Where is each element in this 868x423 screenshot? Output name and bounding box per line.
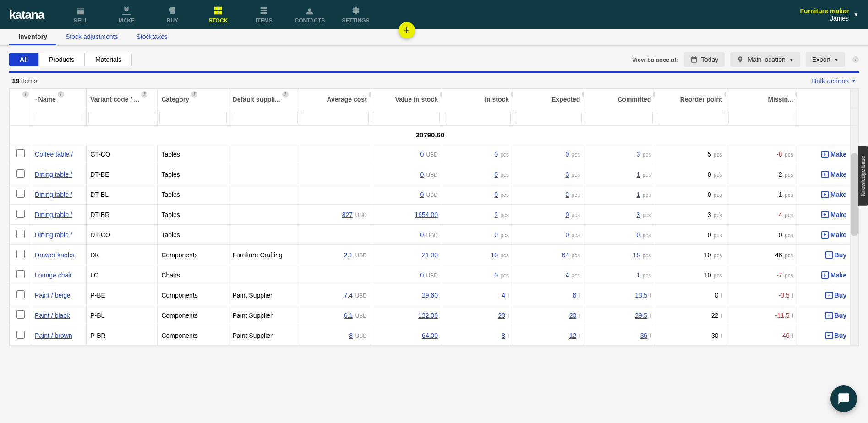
row-checkbox[interactable]	[16, 210, 25, 218]
col-header[interactable]: Variant code / ... i	[87, 89, 158, 109]
plus-box-icon: +	[821, 171, 829, 178]
pill-all[interactable]: All	[9, 53, 38, 66]
nav-sell[interactable]: SELL	[58, 2, 104, 27]
nav-make[interactable]: MAKE	[104, 2, 149, 27]
row-checkbox[interactable]	[16, 310, 25, 319]
filter-input[interactable]	[728, 112, 795, 123]
user-menu[interactable]: Furniture maker James ▼	[800, 7, 859, 22]
make-button[interactable]: +Make	[821, 151, 846, 158]
col-header[interactable]: Expected i	[513, 89, 584, 109]
col-header[interactable]: Committed i	[584, 89, 655, 109]
filter-input[interactable]	[373, 112, 440, 123]
buy-button[interactable]: +Buy	[825, 251, 846, 259]
col-action	[797, 89, 850, 109]
item-name-link[interactable]: Paint / brown	[35, 332, 72, 339]
variant-cell: P-BR	[87, 325, 158, 346]
buy-button[interactable]: +Buy	[825, 292, 846, 299]
filter-input[interactable]	[88, 112, 155, 123]
export-button[interactable]: Export ▼	[806, 52, 845, 67]
row-checkbox[interactable]	[16, 290, 25, 298]
committed-cell: 1 pcs	[584, 164, 655, 184]
missing-cell: -8 pcs	[726, 144, 797, 164]
nav-contacts[interactable]: CONTACTS	[287, 2, 333, 27]
filter-input[interactable]	[33, 112, 84, 123]
info-icon[interactable]: i	[852, 56, 859, 63]
sub-tab-stocktakes[interactable]: Stocktakes	[127, 29, 176, 45]
info-icon[interactable]: i	[191, 91, 197, 98]
row-checkbox[interactable]	[16, 250, 25, 258]
col-header[interactable]: ↑Name i	[31, 89, 87, 109]
date-picker-button[interactable]: Today	[684, 52, 725, 67]
category-cell: Tables	[158, 225, 229, 245]
value-cell: 0 USD	[371, 184, 442, 205]
col-header[interactable]: Default suppli... i	[229, 89, 300, 109]
reorder-cell: 0 pcs	[655, 164, 726, 184]
add-button[interactable]: +	[399, 22, 415, 38]
item-name-link[interactable]: Dining table /	[35, 191, 72, 198]
make-button[interactable]: +Make	[821, 231, 846, 239]
buy-button[interactable]: +Buy	[825, 332, 846, 339]
pill-products[interactable]: Products	[38, 53, 85, 66]
make-button[interactable]: +Make	[821, 271, 846, 279]
filter-input[interactable]	[515, 112, 582, 123]
variant-cell: DT-BE	[87, 164, 158, 184]
info-icon[interactable]: i	[282, 91, 289, 98]
buy-button[interactable]: +Buy	[825, 312, 846, 319]
filter-input[interactable]	[159, 112, 226, 123]
sub-tab-stock-adjustments[interactable]: Stock adjustments	[56, 29, 127, 45]
item-name-link[interactable]: Paint / black	[35, 312, 70, 319]
col-header[interactable]: Missin... i	[726, 89, 797, 109]
row-checkbox[interactable]	[16, 331, 25, 339]
scrollbar[interactable]	[851, 126, 858, 346]
row-checkbox[interactable]	[16, 230, 25, 238]
filter-input[interactable]	[444, 112, 511, 123]
filter-input[interactable]	[586, 112, 653, 123]
knowledge-base-tab[interactable]: Knowledge base	[858, 146, 868, 206]
item-name-link[interactable]: Lounge chair	[35, 271, 72, 279]
filter-input[interactable]	[231, 112, 298, 123]
nav-buy[interactable]: BUY	[149, 2, 195, 27]
make-button[interactable]: +Make	[821, 171, 846, 178]
row-checkbox[interactable]	[16, 190, 25, 198]
reorder-cell: 22 l	[655, 305, 726, 325]
col-header[interactable]: Value in stock i	[371, 89, 442, 109]
variant-cell: P-BL	[87, 305, 158, 325]
info-icon[interactable]: i	[22, 91, 29, 98]
item-name-link[interactable]: Dining table /	[35, 231, 72, 239]
inventory-table: i↑Name iVariant code / ... iCategory iDe…	[10, 89, 858, 346]
item-name-link[interactable]: Dining table /	[35, 211, 72, 218]
missing-cell: 0 pcs	[726, 225, 797, 245]
item-name-link[interactable]: Coffee table /	[35, 151, 73, 158]
info-icon[interactable]: i	[141, 91, 147, 98]
contacts-icon	[305, 5, 315, 16]
col-header[interactable]: In stock i	[442, 89, 513, 109]
plus-box-icon: +	[821, 191, 829, 198]
make-button[interactable]: +Make	[821, 211, 846, 218]
row-checkbox[interactable]	[16, 270, 25, 278]
reorder-cell: 0 pcs	[655, 184, 726, 205]
make-button[interactable]: +Make	[821, 191, 846, 198]
row-checkbox[interactable]	[16, 149, 25, 157]
avg-cost-cell	[300, 225, 371, 245]
col-header[interactable]: Category i	[158, 89, 229, 109]
item-name-link[interactable]: Dining table /	[35, 171, 72, 178]
bulk-actions-menu[interactable]: Bulk actions ▼	[812, 77, 856, 85]
col-header[interactable]: Average cost i	[300, 89, 371, 109]
col-header[interactable]: Reorder point i	[655, 89, 726, 109]
committed-cell: 3 pcs	[584, 144, 655, 164]
nav-settings[interactable]: SETTINGS	[333, 2, 378, 27]
row-checkbox[interactable]	[16, 169, 25, 178]
item-name-link[interactable]: Paint / beige	[35, 292, 71, 299]
item-name-link[interactable]: Drawer knobs	[35, 251, 74, 259]
sub-tab-inventory[interactable]: Inventory	[9, 29, 56, 45]
plus-box-icon: +	[825, 312, 833, 319]
nav-items[interactable]: ITEMS	[241, 2, 287, 27]
filter-input[interactable]	[302, 112, 369, 123]
filter-input[interactable]	[657, 112, 724, 123]
location-picker-button[interactable]: Main location ▼	[730, 52, 800, 67]
pill-materials[interactable]: Materials	[85, 53, 132, 66]
nav-stock[interactable]: STOCK	[195, 2, 241, 27]
info-icon[interactable]: i	[58, 91, 64, 98]
category-cell: Components	[158, 285, 229, 305]
instock-cell: 0 pcs	[442, 164, 513, 184]
